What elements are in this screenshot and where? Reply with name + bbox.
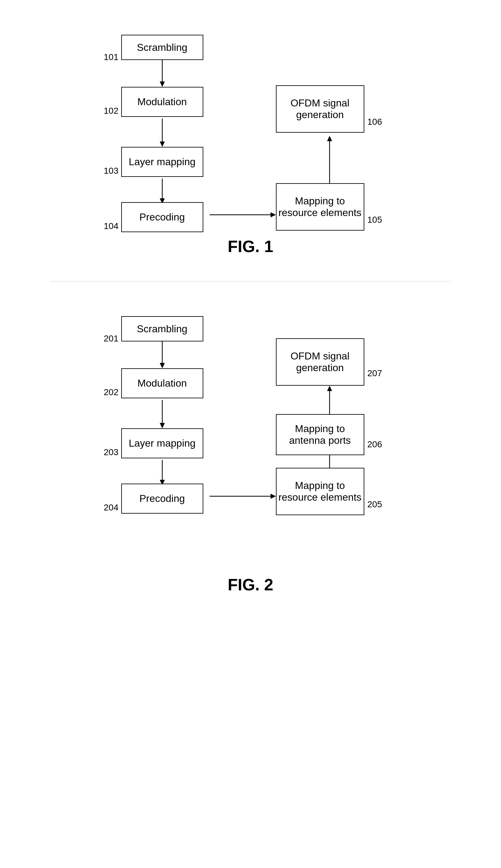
ofdm-label: OFDM signal generation bbox=[277, 97, 364, 121]
fig2-ref-202: 202 bbox=[104, 387, 119, 398]
fig1-title: FIG. 1 bbox=[227, 237, 273, 256]
layer-mapping-label: Layer mapping bbox=[129, 156, 196, 168]
ref-103: 103 bbox=[104, 166, 119, 176]
fig2-modulation-label: Modulation bbox=[137, 378, 187, 389]
section-divider bbox=[50, 281, 451, 282]
fig2-mapping-re-label: Mapping to resource elements bbox=[277, 480, 364, 503]
fig2-modulation-box: Modulation bbox=[121, 368, 203, 398]
fig2-mapping-re-box: Mapping to resource elements bbox=[276, 468, 364, 515]
ref-106: 106 bbox=[367, 117, 382, 127]
ref-102: 102 bbox=[104, 106, 119, 116]
fig2-diagram: Scrambling 201 Modulation 202 Layer mapp… bbox=[77, 307, 424, 566]
svg-marker-17 bbox=[270, 494, 276, 499]
ref-104: 104 bbox=[104, 221, 119, 231]
fig2-ref-201: 201 bbox=[104, 334, 119, 344]
fig2-title: FIG. 2 bbox=[227, 575, 273, 594]
svg-marker-1 bbox=[160, 82, 165, 87]
mapping-re-box: Mapping to resource elements bbox=[276, 183, 364, 231]
fig2-scrambling-box: Scrambling bbox=[121, 316, 203, 341]
fig2-ref-203: 203 bbox=[104, 447, 119, 457]
modulation-box: Modulation bbox=[121, 87, 203, 117]
fig2-ref-206: 206 bbox=[367, 440, 382, 449]
page: Scrambling 101 Modulation 102 Layer mapp… bbox=[0, 0, 501, 868]
svg-marker-7 bbox=[270, 212, 276, 217]
ref-101: 101 bbox=[104, 52, 119, 62]
fig2-ref-207: 207 bbox=[367, 368, 382, 378]
fig2-ref-204: 204 bbox=[104, 502, 119, 513]
fig2-mapping-ap-label: Mapping to antenna ports bbox=[277, 423, 364, 446]
precoding-box: Precoding bbox=[121, 202, 203, 232]
precoding-label: Precoding bbox=[139, 211, 185, 223]
svg-marker-9 bbox=[327, 136, 332, 141]
fig2-layer-mapping-box: Layer mapping bbox=[121, 428, 203, 458]
figure-1-section: Scrambling 101 Modulation 102 Layer mapp… bbox=[0, 13, 501, 275]
svg-marker-13 bbox=[160, 423, 165, 428]
svg-marker-11 bbox=[160, 363, 165, 368]
scrambling-box: Scrambling bbox=[121, 35, 203, 60]
fig2-scrambling-label: Scrambling bbox=[137, 323, 187, 335]
figure-2-section: Scrambling 201 Modulation 202 Layer mapp… bbox=[0, 294, 501, 613]
svg-marker-21 bbox=[327, 386, 332, 391]
fig2-layer-mapping-label: Layer mapping bbox=[129, 437, 196, 449]
fig2-precoding-box: Precoding bbox=[121, 484, 203, 514]
layer-mapping-box: Layer mapping bbox=[121, 147, 203, 177]
fig2-mapping-ap-box: Mapping to antenna ports bbox=[276, 414, 364, 455]
fig2-precoding-label: Precoding bbox=[139, 493, 185, 505]
scrambling-label: Scrambling bbox=[137, 42, 187, 53]
svg-marker-3 bbox=[160, 141, 165, 147]
ref-105: 105 bbox=[367, 215, 382, 225]
ofdm-box: OFDM signal generation bbox=[276, 85, 364, 133]
fig2-ref-205: 205 bbox=[367, 499, 382, 509]
fig2-ofdm-box: OFDM signal generation bbox=[276, 338, 364, 386]
modulation-label: Modulation bbox=[137, 96, 187, 108]
fig1-diagram: Scrambling 101 Modulation 102 Layer mapp… bbox=[77, 25, 424, 227]
fig2-ofdm-label: OFDM signal generation bbox=[277, 350, 364, 374]
mapping-re-label: Mapping to resource elements bbox=[277, 195, 364, 219]
